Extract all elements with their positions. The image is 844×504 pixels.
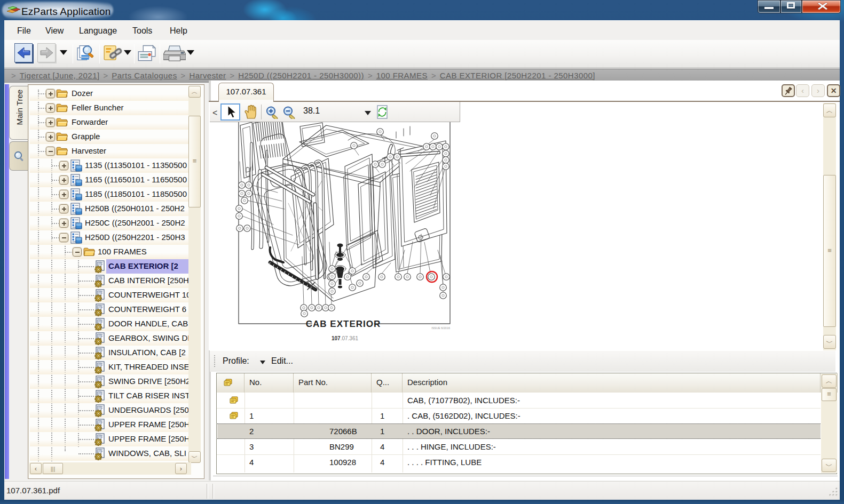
svg-text:CAB EXTERIOR: CAB EXTERIOR [306, 319, 381, 329]
svg-text:ISSUE 6/2016: ISSUE 6/2016 [431, 326, 450, 330]
svg-text:107.07.361: 107.07.361 [332, 335, 358, 341]
